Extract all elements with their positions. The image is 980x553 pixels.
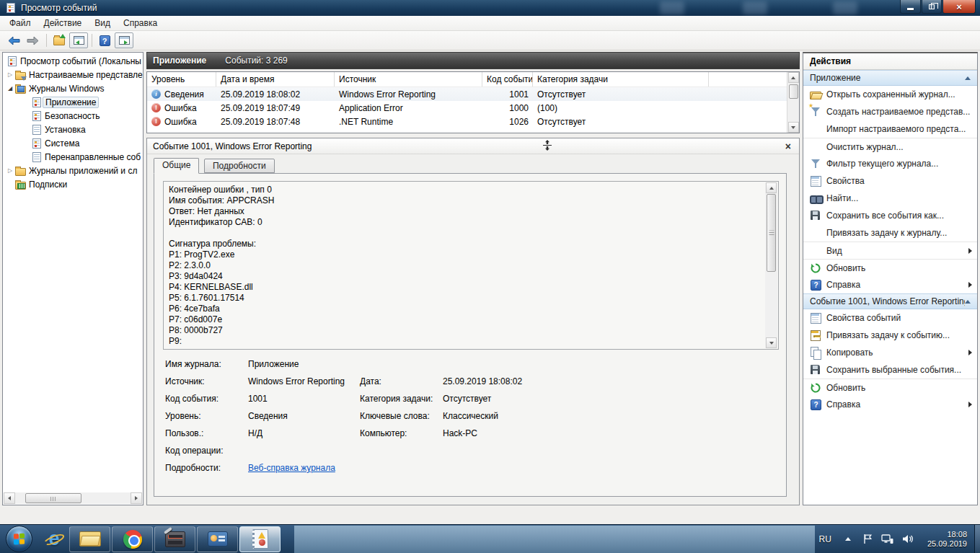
action-find[interactable]: Найти... bbox=[803, 190, 977, 207]
tree-item-app-service-logs[interactable]: ▷ Журналы приложений и сл bbox=[3, 164, 143, 177]
event-id-cell: 1026 bbox=[482, 117, 533, 127]
forward-button[interactable] bbox=[24, 32, 43, 48]
action-save-all-events[interactable]: Сохранить все события как... bbox=[803, 207, 977, 224]
show-hidden-icons-button[interactable] bbox=[845, 537, 851, 541]
column-header-datetime[interactable]: Дата и время bbox=[216, 72, 335, 87]
taskbar-toolbox-button[interactable] bbox=[154, 526, 195, 552]
tree-item-security[interactable]: Безопасность bbox=[3, 109, 143, 123]
help-button[interactable] bbox=[95, 32, 114, 48]
column-header-task-category[interactable]: Категория задачи bbox=[533, 72, 709, 87]
show-desktop-button[interactable] bbox=[974, 525, 980, 553]
expand-collapsed-icon[interactable]: ▷ bbox=[6, 71, 14, 78]
scrollbar-thumb[interactable] bbox=[25, 493, 81, 503]
action-event-properties[interactable]: Свойства событий bbox=[803, 309, 977, 327]
minimize-button[interactable] bbox=[900, 0, 921, 14]
description-scrollbar[interactable] bbox=[765, 182, 777, 348]
collapse-section-icon[interactable] bbox=[965, 76, 971, 80]
tree-item-windows-logs[interactable]: ◢ Журналы Windows bbox=[3, 81, 143, 95]
action-attach-task-to-event[interactable]: Привязать задачу к событию... bbox=[803, 327, 977, 344]
clock[interactable]: 18:08 25.09.2019 bbox=[927, 530, 967, 549]
save-icon bbox=[810, 364, 821, 376]
actions-section-application[interactable]: Приложение bbox=[803, 70, 977, 86]
table-row[interactable]: Ошибка 25.09.2019 18:07:49 Application E… bbox=[147, 101, 787, 115]
scroll-right-button[interactable] bbox=[131, 492, 142, 504]
taskbar-management-button[interactable] bbox=[197, 526, 238, 552]
scroll-up-button[interactable] bbox=[788, 72, 799, 83]
actions-section-event[interactable]: Событие 1001, Windows Error Reporting bbox=[803, 293, 977, 309]
tree-item-subscriptions[interactable]: Подписки bbox=[3, 177, 143, 191]
volume-icon[interactable] bbox=[902, 534, 914, 544]
column-header-level[interactable]: Уровень bbox=[147, 72, 216, 87]
titlebar[interactable]: Просмотр событий × bbox=[0, 0, 980, 16]
menu-file[interactable]: Файл bbox=[3, 17, 37, 30]
scroll-left-button[interactable] bbox=[4, 492, 15, 504]
language-indicator[interactable]: RU bbox=[812, 534, 839, 544]
action-create-custom-view[interactable]: ★ Создать настраиваемое представ... bbox=[803, 103, 977, 120]
action-refresh[interactable]: Обновить bbox=[803, 259, 977, 276]
scroll-down-button[interactable] bbox=[766, 337, 777, 348]
filter-funnel-icon bbox=[810, 158, 821, 169]
subscriptions-icon bbox=[14, 180, 27, 190]
action-import-custom-view[interactable]: Импорт настраиваемого предста... bbox=[803, 120, 977, 138]
preview-close-button[interactable]: × bbox=[783, 141, 793, 151]
taskbar-chrome-button[interactable] bbox=[112, 526, 153, 552]
tab-details[interactable]: Подробности bbox=[204, 159, 275, 173]
action-copy-submenu[interactable]: Копировать bbox=[803, 344, 977, 361]
collapse-section-icon[interactable] bbox=[965, 300, 971, 304]
back-button[interactable] bbox=[4, 32, 23, 48]
events-vertical-scrollbar[interactable] bbox=[787, 72, 799, 133]
expand-collapsed-icon[interactable]: ▷ bbox=[6, 167, 14, 174]
tree-item-root[interactable]: Просмотр событий (Локальны bbox=[3, 54, 143, 68]
event-description-box[interactable]: Контейнер ошибки , тип 0 Имя события: AP… bbox=[163, 181, 779, 350]
action-view-submenu[interactable]: Вид bbox=[803, 242, 977, 259]
scrollbar-thumb[interactable] bbox=[789, 84, 798, 99]
action-clear-log[interactable]: Очистить журнал... bbox=[803, 138, 977, 155]
close-button[interactable]: × bbox=[943, 0, 976, 14]
expand-expanded-icon[interactable]: ◢ bbox=[6, 85, 14, 92]
tree-item-custom-views[interactable]: ▷ Настраиваемые представле bbox=[3, 68, 143, 81]
tab-general[interactable]: Общие bbox=[154, 158, 199, 174]
menu-action[interactable]: Действие bbox=[37, 17, 89, 30]
taskbar-explorer-button[interactable] bbox=[69, 526, 110, 552]
action-attach-task-to-log[interactable]: Привязать задачу к журналу... bbox=[803, 224, 977, 242]
splitter-handle-icon[interactable] bbox=[543, 140, 552, 153]
field-label: Имя журнала: bbox=[165, 359, 248, 369]
action-help-submenu[interactable]: Справка bbox=[803, 276, 977, 293]
scroll-up-button[interactable] bbox=[766, 182, 777, 193]
tree-horizontal-scrollbar[interactable] bbox=[4, 492, 142, 504]
taskbar-ie-button[interactable]: e bbox=[40, 526, 69, 552]
taskbar-event-viewer-button[interactable] bbox=[239, 526, 281, 552]
action-center-flag-icon[interactable] bbox=[862, 534, 873, 544]
network-icon[interactable] bbox=[881, 534, 893, 544]
tree-item-label: Подписки bbox=[27, 179, 69, 190]
column-header-event-id[interactable]: Код события bbox=[482, 72, 533, 87]
event-id-cell: 1001 bbox=[482, 89, 533, 99]
tree-item-system[interactable]: Система bbox=[3, 136, 143, 150]
system-tray: RU 18:08 25.09.2019 bbox=[812, 525, 980, 553]
action-event-help-submenu[interactable]: Справка bbox=[803, 396, 977, 413]
tree-item-application[interactable]: Приложение bbox=[3, 95, 143, 109]
tree-item-forwarded-events[interactable]: Перенаправленные соб bbox=[3, 150, 143, 164]
action-event-refresh[interactable]: Обновить bbox=[803, 379, 977, 396]
help-icon bbox=[810, 399, 821, 410]
restore-button[interactable] bbox=[922, 0, 942, 14]
action-filter-current-log[interactable]: Фильтр текущего журнала... bbox=[803, 155, 977, 172]
show-hide-action-pane-button[interactable] bbox=[115, 32, 133, 48]
action-open-saved-log[interactable]: Открыть сохраненный журнал... bbox=[803, 86, 977, 103]
scrollbar-thumb[interactable] bbox=[767, 194, 776, 272]
show-hide-console-tree-button[interactable] bbox=[69, 32, 88, 48]
table-row[interactable]: Сведения 25.09.2019 18:08:02 Windows Err… bbox=[147, 87, 787, 101]
action-save-selected-events[interactable]: Сохранить выбранные события... bbox=[803, 361, 977, 379]
up-one-level-button[interactable] bbox=[50, 32, 69, 48]
action-properties[interactable]: Свойства bbox=[803, 172, 977, 190]
scroll-down-button[interactable] bbox=[788, 122, 799, 133]
web-help-link[interactable]: Веб-справка журнала bbox=[248, 463, 335, 473]
field-value: Приложение bbox=[248, 359, 360, 369]
column-header-source[interactable]: Источник bbox=[335, 72, 482, 87]
folder-filter-icon bbox=[14, 70, 27, 80]
start-button[interactable] bbox=[6, 526, 32, 552]
menu-help[interactable]: Справка bbox=[117, 17, 164, 30]
table-row[interactable]: Ошибка 25.09.2019 18:07:48 .NET Runtime … bbox=[147, 115, 787, 128]
menu-view[interactable]: Вид bbox=[88, 17, 117, 30]
tree-item-setup[interactable]: Установка bbox=[3, 123, 143, 136]
